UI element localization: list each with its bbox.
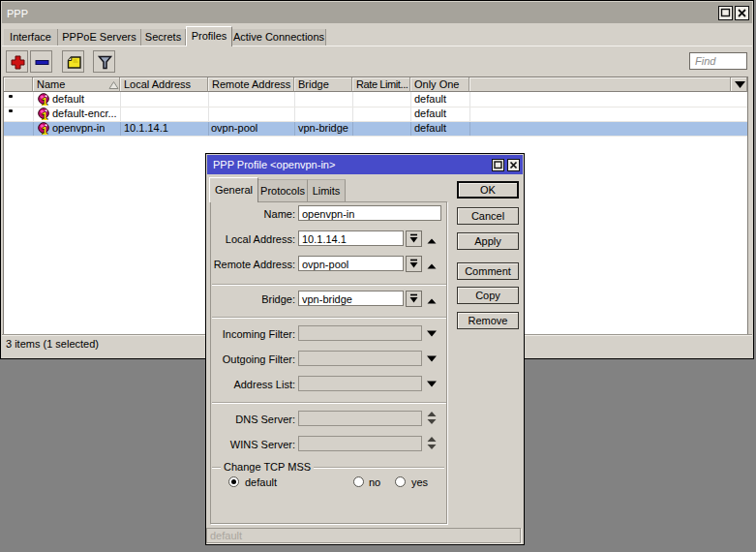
svg-text:1: 1 [42, 110, 47, 120]
svg-text:1: 1 [42, 96, 47, 106]
svg-text:1: 1 [42, 125, 47, 135]
